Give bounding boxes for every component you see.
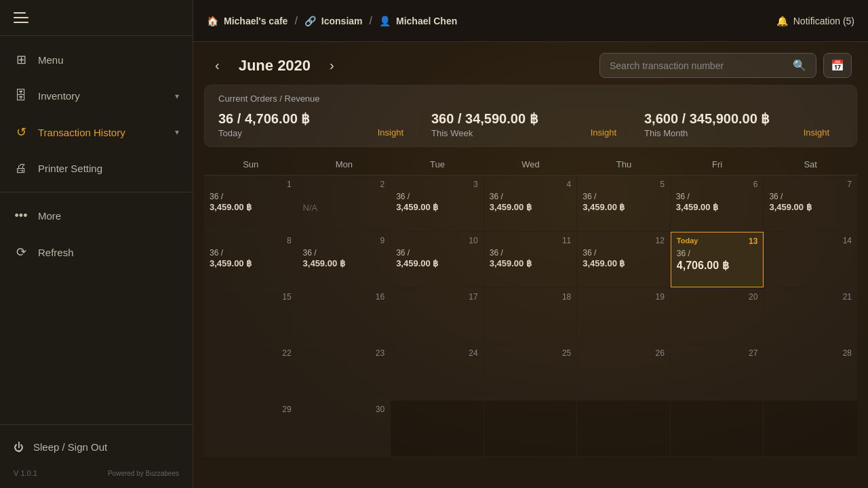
cell-5[interactable]: 5 36 / 3,459.00 ฿ [577, 176, 671, 231]
cell-27[interactable]: 27 [671, 344, 764, 400]
topbar: 🏠 Michael's cafe / 🔗 Iconsiam / 👤 Michae… [193, 0, 868, 42]
printer-label: Printer Setting [38, 163, 179, 174]
day-number: 17 [396, 292, 478, 302]
cell-17[interactable]: 17 [391, 288, 484, 344]
day-number: 18 [490, 292, 572, 302]
cell-1[interactable]: 1 36 / 3,459.00 ฿ [204, 176, 298, 231]
sidebar-toggle[interactable] [0, 0, 193, 36]
cell-9[interactable]: 9 36 / 3,459.00 ฿ [298, 232, 391, 287]
calendar-month: June 2020 [239, 57, 311, 75]
cell-24[interactable]: 24 [391, 344, 484, 400]
notification-label: Notification (5) [793, 16, 854, 26]
search-icon[interactable]: 🔍 [793, 59, 806, 72]
cell-3[interactable]: 3 36 / 3,459.00 ฿ [391, 176, 484, 231]
hamburger-icon [14, 12, 33, 23]
stat-today-label: Today [218, 128, 242, 138]
sidebar: ⊞ Menu 🗄 Inventory ▾ ↺ Transaction Histo… [0, 0, 193, 488]
day-number: 10 [396, 236, 478, 245]
cell-20[interactable]: 20 [671, 288, 764, 344]
day-number: 8 [210, 236, 292, 245]
day-number: 27 [676, 348, 758, 358]
cell-orders: 36 / [210, 248, 292, 258]
next-month-button[interactable]: › [324, 55, 340, 76]
day-number: 30 [303, 405, 385, 414]
cell-4[interactable]: 4 36 / 3,459.00 ฿ [484, 176, 578, 231]
cell-22[interactable]: 22 [204, 344, 298, 400]
cell-orders: 36 / [583, 192, 665, 201]
sidebar-item-refresh[interactable]: ⟳ Refresh [0, 234, 193, 270]
chevron-down-icon-2: ▾ [175, 127, 179, 137]
shop-icon: 🏠 [207, 16, 218, 26]
cell-13-today[interactable]: Today 13 36 / 4,706.00 ฿ [671, 232, 764, 287]
cell-25[interactable]: 25 [484, 344, 578, 400]
cell-na: N/A [303, 203, 385, 213]
prev-month-button[interactable]: ‹ [210, 55, 225, 76]
today-label: Today [677, 237, 698, 245]
shop-name: Michael's cafe [224, 16, 288, 26]
cell-14[interactable]: 14 [764, 232, 857, 287]
cell-orders: 36 / [303, 248, 385, 258]
cell-26[interactable]: 26 [577, 344, 671, 400]
cell-15[interactable]: 15 [204, 288, 298, 344]
day-number: 11 [490, 236, 572, 245]
cell-11[interactable]: 11 36 / 3,459.00 ฿ [484, 232, 578, 287]
cell-10[interactable]: 10 36 / 3,459.00 ฿ [391, 232, 484, 287]
cell-revenue: 3,459.00 ฿ [210, 258, 292, 268]
cell-8[interactable]: 8 36 / 3,459.00 ฿ [204, 232, 298, 287]
cell-29[interactable]: 29 [204, 401, 298, 456]
cell-19[interactable]: 19 [577, 288, 671, 344]
calendar-body: 1 36 / 3,459.00 ฿ 2 N/A 3 36 / 3,459.00 … [204, 176, 857, 488]
cell-12[interactable]: 12 36 / 3,459.00 ฿ [577, 232, 671, 287]
sidebar-item-inventory[interactable]: 🗄 Inventory ▾ [0, 78, 193, 114]
user-icon: 👤 [379, 16, 391, 26]
day-number: 28 [769, 348, 852, 358]
cell-28[interactable]: 28 [764, 344, 857, 400]
cell-orders: 36 / [769, 192, 852, 201]
cell-orders: 36 / [676, 192, 758, 201]
sidebar-footer: ⏻ Sleep / Sign Out V 1.0.1 Powered by Bu… [0, 424, 193, 488]
refresh-label: Refresh [38, 247, 179, 258]
cell-7[interactable]: 7 36 / 3,459.00 ฿ [764, 176, 857, 231]
sidebar-item-transaction-history[interactable]: ↺ Transaction History ▾ [0, 114, 193, 150]
cell-16[interactable]: 16 [298, 288, 391, 344]
search-input[interactable] [610, 60, 787, 71]
calendar-week-1: 1 36 / 3,459.00 ฿ 2 N/A 3 36 / 3,459.00 … [204, 176, 857, 232]
menu-label: Menu [38, 54, 179, 66]
calendar-week-3: 15 16 17 18 19 20 21 [204, 288, 857, 344]
sidebar-nav: ⊞ Menu 🗄 Inventory ▾ ↺ Transaction Histo… [0, 36, 193, 424]
week-insight-link[interactable]: Insight [591, 127, 616, 138]
cell-23[interactable]: 23 [298, 344, 391, 400]
stats-cards: 36 / 4,706.00 ฿ Today Insight 360 / 34,5… [218, 110, 843, 138]
stat-month-label: This Month [644, 128, 688, 138]
version-row: V 1.0.1 Powered by Buzzabees [14, 469, 179, 477]
calendar-days-header: Sun Mon Tue Wed Thu Fri Sat [204, 154, 857, 176]
day-number: 22 [210, 348, 292, 358]
today-insight-link[interactable]: Insight [378, 127, 403, 138]
inventory-label: Inventory [38, 90, 165, 102]
sidebar-item-menu[interactable]: ⊞ Menu [0, 41, 193, 78]
day-number: 7 [769, 180, 852, 189]
sleep-signout-button[interactable]: ⏻ Sleep / Sign Out [14, 436, 179, 458]
calendar-week-5: 29 30 [204, 401, 857, 457]
calendar-grid: Sun Mon Tue Wed Thu Fri Sat 1 36 / 3,459… [204, 154, 857, 488]
notification-button[interactable]: 🔔 Notification (5) [776, 16, 854, 26]
branch-name: Iconsiam [321, 16, 363, 26]
sidebar-item-printer[interactable]: 🖨 Printer Setting [0, 150, 193, 186]
stat-card-week: 360 / 34,590.00 ฿ This Week Insight [418, 110, 631, 138]
cell-6[interactable]: 6 36 / 3,459.00 ฿ [671, 176, 764, 231]
cell-empty-5 [764, 401, 857, 456]
sidebar-item-more[interactable]: ••• More [0, 198, 193, 234]
breadcrumb-shop: 🏠 Michael's cafe [207, 16, 288, 26]
cell-18[interactable]: 18 [484, 288, 578, 344]
cell-30[interactable]: 30 [298, 401, 391, 456]
sleep-label: Sleep / Sign Out [33, 441, 107, 453]
cell-2[interactable]: 2 N/A [298, 176, 391, 231]
month-insight-link[interactable]: Insight [804, 127, 829, 138]
cell-orders: 36 / [396, 192, 478, 201]
cell-revenue: 3,459.00 ฿ [676, 202, 758, 212]
cell-21[interactable]: 21 [764, 288, 857, 344]
stat-card-today: 36 / 4,706.00 ฿ Today Insight [218, 110, 418, 138]
cell-revenue: 3,459.00 ฿ [490, 258, 572, 268]
calendar-header: ‹ June 2020 › 🔍 📅 [193, 42, 868, 85]
calendar-view-button[interactable]: 📅 [823, 53, 852, 78]
